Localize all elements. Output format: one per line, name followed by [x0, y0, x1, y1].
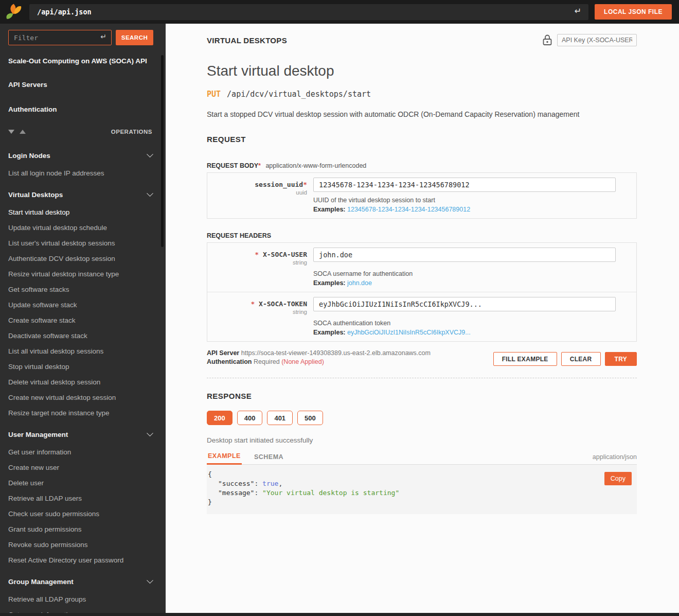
api-server-url: https://soca-test-viewer-149308389.us-ea… — [241, 349, 431, 357]
search-button[interactable]: SEARCH — [116, 30, 153, 45]
sidebar-item-authentication[interactable]: Authentication — [8, 97, 152, 121]
section-header-group-management[interactable]: Group Management — [8, 572, 152, 591]
example-value-link[interactable]: eyJhbGciOiJIUzI1NiIsInR5cCI6IkpXVCJ9... — [347, 329, 471, 336]
json-line: "message": "Your virtual desktop is star… — [208, 488, 631, 498]
x-soca-user-input[interactable] — [313, 248, 616, 262]
response-heading: RESPONSE — [207, 392, 637, 400]
chevron-down-icon — [147, 190, 153, 197]
sidebar-operation-item[interactable]: Retrieve all LDAP users — [8, 490, 152, 506]
field-examples: Examples: 12345678-1234-1234-1234-123456… — [313, 206, 616, 213]
operations-label: OPERATIONS — [111, 129, 152, 135]
api-key-field[interactable] — [557, 34, 637, 46]
section-divider — [207, 378, 637, 378]
chevron-down-icon — [147, 577, 153, 584]
example-value-link[interactable]: john.doe — [347, 279, 372, 287]
operation-title: Start virtual desktop — [207, 63, 637, 79]
sidebar-operation-item[interactable]: Get group information — [8, 607, 152, 613]
field-type: string — [207, 259, 307, 266]
section-header-login-nodes[interactable]: Login Nodes — [8, 146, 152, 165]
sidebar-operation-item[interactable]: Deactivate software stack — [8, 328, 152, 343]
sidebar-operation-item[interactable]: Authenticate DCV desktop session — [8, 251, 152, 266]
sidebar-item-api-servers[interactable]: API Servers — [8, 72, 152, 97]
sidebar-scrollbar-thumb[interactable] — [161, 55, 164, 247]
sidebar-operation-item[interactable]: Resize target node instance type — [8, 405, 152, 420]
examples-label: Examples: — [313, 206, 346, 213]
sidebar-operation-item[interactable]: Stop virtual desktop — [8, 359, 152, 374]
tab-example[interactable]: EXAMPLE — [207, 452, 242, 465]
spec-url-wrap: ↵ — [29, 4, 588, 20]
field-description: SOCA username for authentication — [313, 270, 616, 277]
x-soca-token-input[interactable] — [313, 297, 616, 311]
sidebar-section-group-management: Group Management Retrieve all LDAP group… — [8, 572, 152, 613]
sidebar-operation-item[interactable]: Create new virtual desktop session — [8, 390, 152, 405]
required-mark: * — [251, 300, 255, 308]
sidebar-operation-item[interactable]: Start virtual desktop — [8, 204, 152, 220]
server-info: API Server https://soca-test-viewer-1493… — [207, 349, 431, 366]
server-row: API Server https://soca-test-viewer-1493… — [207, 349, 637, 366]
status-code-button[interactable]: 500 — [297, 411, 323, 425]
section-header-virtual-desktops[interactable]: Virtual Desktops — [8, 185, 152, 204]
sidebar-operation-item[interactable]: Update software stack — [8, 297, 152, 312]
session-uuid-input[interactable] — [313, 178, 616, 192]
collapse-all-icon[interactable] — [8, 130, 14, 134]
required-mark: * — [258, 162, 261, 169]
main-header-row: VIRTUAL DESKTOPS — [207, 34, 637, 46]
return-icon[interactable]: ↵ — [575, 6, 581, 16]
chevron-down-icon — [147, 151, 153, 157]
sidebar-section-virtual-desktops: Virtual Desktops Start virtual desktop U… — [8, 185, 152, 420]
copy-button[interactable]: Copy — [604, 472, 632, 485]
request-body-mime: application/x-www-form-urlencoded — [265, 162, 366, 169]
field-row-session-uuid: session_uuid* uuid UUID of the virtual d… — [207, 173, 636, 218]
try-button[interactable]: TRY — [605, 352, 637, 366]
examples-label: Examples: — [313, 329, 346, 336]
field-name: session_uuid* — [207, 181, 307, 188]
try-buttons-row: FILL EXAMPLE CLEAR TRY — [493, 352, 637, 366]
section-label: Virtual Desktops — [8, 191, 63, 199]
endpoint-path: /api/dcv/virtual_desktops/start — [227, 90, 371, 99]
status-code-button[interactable]: 401 — [267, 411, 293, 425]
sidebar-operation-item[interactable]: Grant sudo permissions — [8, 521, 152, 537]
expand-all-icon[interactable] — [20, 130, 26, 134]
sidebar-operation-item[interactable]: List all login node IP addresses — [8, 165, 152, 181]
sidebar-operation-item[interactable]: Check user sudo permissions — [8, 506, 152, 521]
clear-button[interactable]: CLEAR — [561, 352, 601, 366]
section-header-user-management[interactable]: User Management — [8, 425, 152, 444]
field-label-col: * X-SOCA-USER string — [207, 248, 313, 287]
sidebar-operation-item[interactable]: Create software stack — [8, 312, 152, 328]
status-codes-row: 200 400 401 500 — [207, 411, 637, 425]
spec-url-input[interactable] — [29, 4, 588, 20]
sidebar-operation-item[interactable]: Update virtual desktop schedule — [8, 220, 152, 235]
required-mark: * — [303, 181, 307, 188]
field-input-col: UUID of the virtual desktop session to s… — [313, 178, 616, 213]
field-name: * X-SOCA-USER — [207, 251, 307, 258]
examples-label: Examples: — [313, 279, 346, 287]
local-json-file-button[interactable]: LOCAL JSON FILE — [595, 4, 672, 20]
sidebar-operation-item[interactable]: Get user information — [8, 444, 152, 460]
sidebar-operation-item[interactable]: Revoke sudo permissions — [8, 537, 152, 552]
field-row-x-soca-token: * X-SOCA-TOKEN string SOCA authenticatio… — [207, 292, 636, 341]
status-code-button[interactable]: 400 — [237, 411, 263, 425]
sidebar-operation-item[interactable]: Get software stacks — [8, 281, 152, 297]
fill-example-button[interactable]: FILL EXAMPLE — [493, 352, 557, 366]
field-examples: Examples: eyJhbGciOiJIUzI1NiIsInR5cCI6Ik… — [313, 329, 616, 336]
status-code-button[interactable]: 200 — [207, 411, 233, 425]
sidebar-operation-item[interactable]: Reset Active Directory user password — [8, 552, 152, 568]
sidebar-operation-item[interactable]: Delete user — [8, 475, 152, 490]
example-value-link[interactable]: 12345678-1234-1234-1234-123456789012 — [347, 206, 470, 213]
sidebar-operation-item[interactable]: Create new user — [8, 460, 152, 475]
response-mime: application/json — [593, 453, 637, 464]
sidebar-operation-item[interactable]: Resize virtual desktop instance type — [8, 266, 152, 281]
rapidoc-logo-icon — [4, 3, 23, 21]
sidebar-operation-item[interactable]: Delete virtual desktop session — [8, 374, 152, 390]
sidebar-operation-item[interactable]: Retrieve all LDAP groups — [8, 591, 152, 607]
tab-schema[interactable]: SCHEMA — [253, 453, 284, 464]
filter-wrap: ↵ — [8, 30, 112, 45]
field-label-col: session_uuid* uuid — [207, 178, 313, 213]
main-content: VIRTUAL DESKTOPS Start virtual desktop P… — [166, 24, 679, 613]
field-type: uuid — [207, 189, 307, 196]
sidebar-operation-item[interactable]: List user's virtual desktop sessions — [8, 235, 152, 251]
filter-input[interactable] — [8, 30, 112, 45]
section-label: User Management — [8, 431, 68, 438]
api-title: Scale-Out Computing on AWS (SOCA) API — [8, 49, 152, 72]
sidebar-operation-item[interactable]: List all virtual desktop sessions — [8, 343, 152, 359]
